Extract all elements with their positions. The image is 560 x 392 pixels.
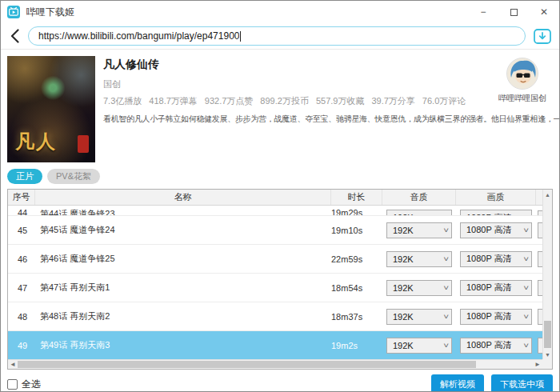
row-index: 44 [8, 206, 35, 216]
table-row[interactable]: 44第44话 魔道争锋2319m29s192K˅1080P 高清˅ [8, 206, 542, 216]
app-window: 哔哩下载姬 − ✕ https://www.bilibili.com/bangu… [0, 0, 560, 392]
vertical-scrollbar[interactable]: ▲ ▼ [542, 190, 552, 359]
audio-quality-select[interactable]: 192K˅ [386, 222, 452, 238]
header-name: 名称 [35, 190, 331, 205]
audio-quality-select[interactable]: 192K˅ [386, 280, 452, 296]
chevron-down-icon: ˅ [523, 313, 529, 321]
minimize-button[interactable]: − [468, 1, 498, 23]
table-row[interactable]: 49第49话 再别天南319m2s192K˅1080P 高清˅ [8, 331, 542, 360]
chevron-down-icon: ˅ [523, 284, 529, 292]
tab-bar: 正片PV&花絮 [1, 166, 559, 187]
clipped-next-column [536, 302, 542, 330]
episode-table: 序号 名称 时长 音质 画质 44第44话 魔道争锋2319m29s192K˅1… [7, 189, 553, 370]
scrollbar-corner [542, 359, 552, 369]
horizontal-scrollbar[interactable]: ◄ ► [8, 359, 542, 369]
episode-name: 第48话 再别天南2 [35, 310, 331, 322]
poster-seal [78, 135, 89, 153]
clipped-next-column [536, 274, 542, 302]
parse-video-button[interactable]: 解析视频 [431, 374, 484, 392]
stat-item: 7.3亿播放 [103, 96, 142, 106]
clipped-next-column [536, 331, 542, 359]
row-index: 46 [8, 254, 35, 264]
episode-name: 第44话 魔道争锋23 [35, 206, 331, 216]
header-index: 序号 [8, 190, 35, 205]
chevron-down-icon: ˅ [443, 255, 449, 263]
video-quality-select[interactable]: 1080P 高清˅ [460, 309, 532, 325]
table-row[interactable]: 48第48话 再别天南218m37s192K˅1080P 高清˅ [8, 302, 542, 331]
episode-name: 第49话 再别天南3 [35, 339, 331, 351]
table-row[interactable]: 47第47话 再别天南118m54s192K˅1080P 高清˅ [8, 274, 542, 302]
chevron-down-icon: ˅ [443, 284, 449, 292]
video-stats: 7.3亿播放418.7万弹幕932.7万点赞899.2万投币557.9万收藏39… [103, 95, 553, 107]
audio-quality-select[interactable]: 192K˅ [386, 309, 452, 325]
scroll-right-icon[interactable]: ► [533, 360, 542, 369]
video-quality-select[interactable]: 1080P 高清˅ [460, 280, 532, 296]
table-row[interactable]: 46第46话 魔道争锋2522m59s192K˅1080P 高清˅ [8, 245, 542, 274]
scroll-left-icon[interactable]: ◄ [8, 360, 18, 369]
maximize-icon [510, 9, 518, 16]
scroll-up-icon[interactable]: ▲ [543, 190, 552, 199]
row-index: 49 [8, 341, 35, 350]
audio-quality-select[interactable]: 192K˅ [386, 338, 452, 354]
clipped-next-column [536, 245, 542, 273]
stat-item: 899.2万投币 [260, 96, 309, 106]
chevron-down-icon: ˅ [523, 342, 529, 350]
close-button[interactable]: ✕ [529, 1, 559, 23]
video-quality-select[interactable]: 1080P 高清˅ [460, 251, 532, 267]
video-quality-select[interactable]: 1080P 高清˅ [460, 338, 532, 354]
url-input[interactable]: https://www.bilibili.com/bangumi/play/ep… [28, 26, 526, 46]
poster-image: 凡人 [7, 56, 95, 162]
stat-item: 932.7万点赞 [205, 96, 254, 106]
stat-item: 76.0万评论 [422, 96, 466, 106]
episode-name: 第46话 魔道争锋25 [35, 253, 331, 265]
vertical-scroll-thumb[interactable] [544, 321, 551, 348]
row-index: 47 [8, 283, 35, 293]
episode-duration: 19m2s [331, 341, 382, 350]
url-text: https://www.bilibili.com/bangumi/play/ep… [38, 30, 239, 42]
video-title: 凡人修仙传 [103, 58, 553, 72]
row-index: 45 [8, 226, 35, 235]
video-info-section: 凡人 凡人修仙传 国创 7.3亿播放418.7万弹幕932.7万点赞899.2万… [1, 50, 559, 166]
episode-duration: 19m10s [331, 226, 382, 235]
stat-item: 39.7万分享 [371, 96, 414, 106]
back-button[interactable] [7, 27, 22, 45]
video-description: 看机智的凡人小子韩立如何稳健发展、步步为营，战魔道、夺至宝、驰骋星海、快意恩仇，… [103, 114, 553, 125]
episode-duration: 18m37s [331, 312, 382, 322]
video-quality-select[interactable]: 1080P 高清˅ [460, 222, 532, 238]
uploader-name: 哔哩哔哩国创 [497, 93, 548, 104]
tab-pv-extras[interactable]: PV&花絮 [47, 169, 100, 184]
download-url-button[interactable] [532, 26, 553, 46]
nav-bar: https://www.bilibili.com/bangumi/play/ep… [1, 23, 559, 49]
chevron-down-icon: ˅ [443, 342, 449, 350]
video-meta: 凡人修仙传 国创 7.3亿播放418.7万弹幕932.7万点赞899.2万投币5… [103, 56, 553, 162]
audio-quality-select[interactable]: 192K˅ [386, 210, 452, 216]
table-body: 44第44话 魔道争锋2319m29s192K˅1080P 高清˅45第45话 … [8, 206, 542, 360]
footer-bar: 全选 解析视频 下载选中项 [1, 370, 559, 392]
table-row[interactable]: 45第45话 魔道争锋2419m10s192K˅1080P 高清˅ [8, 216, 542, 245]
chevron-down-icon: ˅ [523, 255, 529, 263]
poster-caption: 凡人 [15, 129, 57, 154]
uploader-block: 哔哩哔哩国创 [497, 58, 548, 104]
maximize-button[interactable] [498, 1, 529, 23]
episode-duration: 18m54s [331, 283, 382, 293]
video-quality-select[interactable]: 1080P 高清˅ [460, 210, 532, 216]
app-logo-icon [7, 6, 20, 18]
clipped-next-column [536, 216, 542, 244]
header-video: 画质 [456, 190, 536, 205]
header-audio: 音质 [382, 190, 456, 205]
download-selected-button[interactable]: 下载选中项 [491, 374, 553, 392]
audio-quality-select[interactable]: 192K˅ [386, 251, 452, 267]
episode-duration: 22m59s [331, 254, 382, 264]
chevron-down-icon: ˅ [443, 313, 449, 321]
episode-name: 第47话 再别天南1 [35, 282, 331, 294]
header-duration: 时长 [331, 190, 382, 205]
chevron-down-icon: ˅ [443, 226, 449, 234]
tab-main-episodes[interactable]: 正片 [7, 169, 42, 184]
stat-item: 557.9万收藏 [316, 96, 365, 106]
clipped-next-column [536, 206, 542, 215]
episode-duration: 19m29s [331, 206, 382, 216]
select-all-checkbox[interactable] [7, 379, 18, 390]
scroll-down-icon[interactable]: ▼ [543, 350, 552, 359]
horizontal-scroll-thumb[interactable] [18, 361, 476, 368]
table-header: 序号 名称 时长 音质 画质 [8, 190, 552, 206]
